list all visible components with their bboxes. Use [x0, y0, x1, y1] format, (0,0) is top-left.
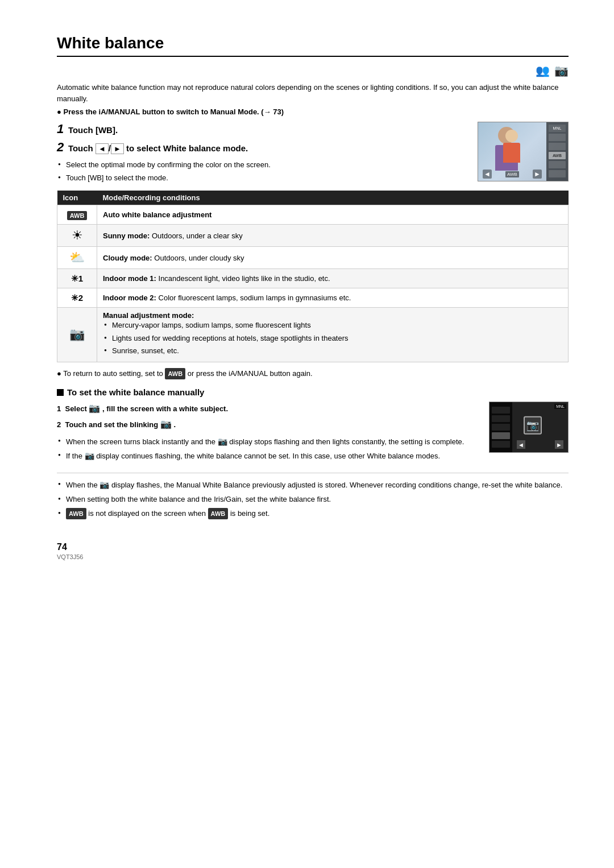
- awb-badge: AWB: [67, 211, 88, 220]
- awb-badge-note2: AWB: [208, 508, 229, 520]
- step2-number: 2: [57, 140, 64, 154]
- intro-text: Automatic white balance function may not…: [57, 82, 569, 104]
- table-header-mode: Mode/Recording conditions: [97, 191, 569, 205]
- sunny-icon: ☀: [72, 228, 83, 242]
- table-cell-mode: Sunny mode: Outdoors, under a clear sky: [97, 225, 569, 247]
- cam-menu-overlay: MNL AWB: [546, 122, 568, 181]
- manual-select-icon: 📷: [89, 403, 100, 413]
- table-row: ✳2 Indoor mode 2: Color fluorescent lamp…: [57, 288, 569, 308]
- table-cell-mode: Auto white balance adjustment: [97, 205, 569, 225]
- page-number: 74: [57, 542, 569, 552]
- manual-bullet-1: Mercury-vapor lamps, sodium lamps, some …: [112, 320, 562, 331]
- table-cell-icon: ✳1: [57, 269, 97, 288]
- table-cell-icon: AWB: [57, 205, 97, 225]
- press-note: ● Press the iA/MANUAL button to switch t…: [57, 108, 569, 116]
- manual-steps-content: 1 Select 📷 , fill the screen with a whit…: [57, 402, 466, 464]
- table-row: ⛅ Cloudy mode: Outdoors, under cloudy sk…: [57, 247, 569, 269]
- black-square-icon: [57, 389, 64, 396]
- step1: 1 Touch [WB].: [57, 122, 466, 137]
- bottom-notes: When the 📷 display flashes, the Manual W…: [57, 473, 569, 519]
- manual-heading-text: To set the white balance manually: [67, 387, 204, 397]
- awb-badge-inline: AWB: [165, 368, 185, 380]
- cam2-menu: [489, 402, 512, 452]
- table-cell-icon: ⛅: [57, 247, 97, 269]
- step1-text: Touch [WB].: [68, 125, 118, 135]
- manual-step1: 1 Select 📷 , fill the screen with a whit…: [57, 402, 466, 415]
- table-cell-icon: ✳2: [57, 288, 97, 308]
- cloudy-icon: ⛅: [69, 250, 85, 264]
- manual-bullet-complete: When the screen turns black instantly an…: [66, 436, 466, 448]
- awb-badge-note: AWB: [66, 508, 86, 520]
- step2: 2 Touch ◄/► to select White balance mode…: [57, 140, 466, 155]
- bottom-note-2: When setting both the white balance and …: [66, 494, 569, 505]
- manual-blinking-icon: 📷: [160, 419, 172, 429]
- table-row: 📷 Manual adjustment mode: Mercury-vapor …: [57, 308, 569, 362]
- manual-camera-image: MNL 📷 ◄ ►: [478, 402, 569, 453]
- indoor1-icon: ✳1: [71, 274, 83, 283]
- cam2-mnl-label: MNL: [554, 404, 566, 409]
- manual-step2: 2 Touch and set the blinking 📷 .: [57, 418, 466, 431]
- mode-icons: 👥 📷: [57, 64, 569, 77]
- bottom-note-3: AWB is not displayed on the screen when …: [66, 508, 569, 520]
- step1-number: 1: [57, 122, 64, 136]
- cam2-left-arrow: ◄: [517, 440, 525, 449]
- table-header-icon: Icon: [57, 191, 97, 205]
- manual-bullet-2: Lights used for wedding receptions at ho…: [112, 333, 562, 344]
- step-camera-image: MNL AWB ◄ AWB ►: [478, 122, 569, 181]
- cam2-right-arrow: ►: [555, 440, 563, 449]
- table-cell-mode: Indoor mode 2: Color fluorescent lamps, …: [97, 288, 569, 308]
- display-icon: 📷: [218, 437, 227, 446]
- page-code: VQT3J56: [57, 553, 569, 560]
- cam2-wb-icon: 📷: [524, 416, 542, 435]
- to-return-note: ● To return to auto setting, set to AWB …: [57, 368, 569, 380]
- page-title: White balance: [57, 34, 569, 57]
- indoor2-icon: ✳2: [71, 293, 83, 303]
- white-balance-table: Icon Mode/Recording conditions AWB Auto …: [57, 191, 569, 362]
- display-icon-3: 📷: [99, 480, 109, 489]
- bottom-note-1: When the 📷 display flashes, the Manual W…: [66, 479, 569, 491]
- table-row: ☀ Sunny mode: Outdoors, under a clear sk…: [57, 225, 569, 247]
- table-cell-mode: Cloudy mode: Outdoors, under cloudy sky: [97, 247, 569, 269]
- table-cell-icon: ☀: [57, 225, 97, 247]
- cam-nav: ◄ AWB ►: [478, 170, 546, 179]
- page-footer: 74 VQT3J56: [57, 542, 569, 560]
- manual-bullet-flashing: If the 📷 display continues flashing, the…: [66, 450, 466, 462]
- table-row: AWB Auto white balance adjustment: [57, 205, 569, 225]
- manual-section-heading: To set the white balance manually: [57, 387, 569, 397]
- step2-bullet2: Touch [WB] to select the mode.: [66, 172, 466, 184]
- table-row: ✳1 Indoor mode 1: Incandescent light, vi…: [57, 269, 569, 288]
- table-cell-mode: Indoor mode 1: Incandescent light, video…: [97, 269, 569, 288]
- cam2-nav: ◄ ►: [512, 440, 568, 449]
- camera-icon: 📷: [554, 64, 569, 77]
- table-cell-mode: Manual adjustment mode: Mercury-vapor la…: [97, 308, 569, 362]
- step2-text: Touch ◄/► to select White balance mode.: [68, 143, 248, 153]
- manual-wb-table-icon: 📷: [69, 327, 85, 341]
- table-cell-icon: 📷: [57, 308, 97, 362]
- manual-bullet-3: Sunrise, sunset, etc.: [112, 345, 562, 357]
- person-group-icon: 👥: [536, 64, 550, 77]
- step2-bullet1: Select the optimal mode by confirming th…: [66, 159, 466, 171]
- display-icon-2: 📷: [85, 451, 94, 460]
